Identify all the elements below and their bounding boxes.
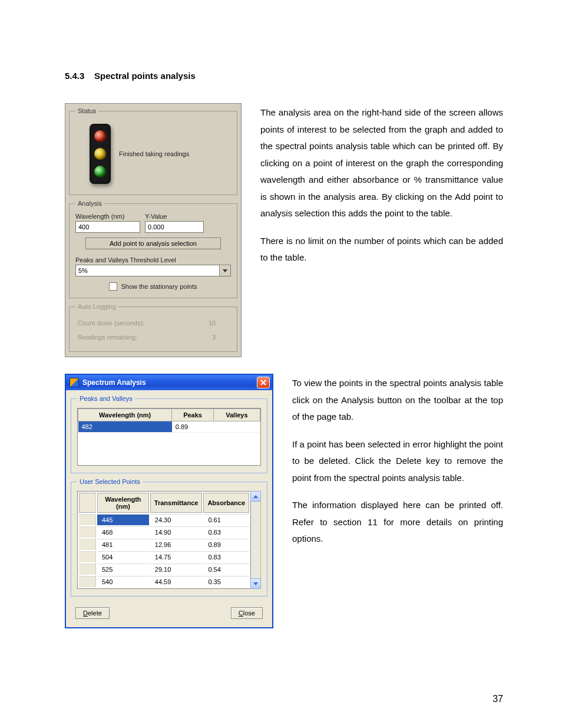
- user-selected-points-legend: User Selected Points: [77, 478, 143, 485]
- user-selected-points-group: User Selected Points Wavelength (nm) Tra…: [71, 478, 267, 597]
- close-icon[interactable]: [257, 377, 270, 388]
- paragraph: The analysis area on the right-hand side…: [260, 104, 503, 222]
- table-row[interactable]: 482 0.89: [78, 421, 260, 433]
- threshold-label: Peaks and Valleys Threshold Level: [75, 256, 231, 263]
- threshold-select[interactable]: [75, 265, 219, 276]
- table-row[interactable]: 54044.590.35: [79, 576, 249, 587]
- page-number: 37: [492, 694, 503, 704]
- spectrum-analysis-dialog: Spectrum Analysis Peaks and Valleys Wave…: [65, 374, 273, 628]
- threshold-dropdown-button[interactable]: [219, 265, 231, 276]
- table-row[interactable]: 46814.900.83: [79, 526, 249, 538]
- traffic-light-icon: [90, 124, 111, 184]
- section-number: 5.4.3: [65, 71, 84, 81]
- paragraph: The information displayed here can be pr…: [292, 497, 503, 548]
- status-text: Finished taking readings: [119, 150, 231, 157]
- chevron-down-icon: [253, 582, 258, 585]
- show-stationary-checkbox[interactable]: [109, 282, 117, 291]
- yvalue-input[interactable]: [145, 221, 204, 233]
- section-title: Spectral points analysis: [94, 71, 196, 81]
- scroll-up-button[interactable]: [250, 491, 261, 502]
- table-header: Peaks: [172, 409, 214, 421]
- peaks-valleys-group: Peaks and Valleys Wavelength (nm) Peaks …: [71, 395, 267, 473]
- peaks-valleys-table[interactable]: Wavelength (nm) Peaks Valleys 482 0.89: [77, 408, 261, 466]
- table-header: Valleys: [213, 409, 260, 421]
- remaining-label: Readings remaining:: [78, 334, 137, 341]
- dialog-title: Spectrum Analysis: [82, 378, 146, 387]
- table-header: Wavelength (nm): [97, 493, 149, 513]
- wavelength-input[interactable]: [75, 221, 140, 233]
- countdown-value: 10: [209, 319, 216, 327]
- paragraph: There is no limit on the number of point…: [260, 233, 503, 266]
- table-row[interactable]: 50414.750.83: [79, 551, 249, 562]
- countdown-label: Count down (seconds):: [78, 319, 144, 327]
- status-group: Status Finished taking readings: [69, 107, 237, 195]
- auto-logging-group: Auto Logging Count down (seconds): 10 Re…: [69, 303, 237, 352]
- yvalue-label: Y-Value: [145, 213, 204, 220]
- scrollbar[interactable]: [251, 491, 261, 589]
- titlebar[interactable]: Spectrum Analysis: [66, 375, 272, 390]
- table-row[interactable]: 48112.960.89: [79, 539, 249, 550]
- remaining-value: 3: [212, 334, 216, 341]
- row-header-blank: [79, 493, 96, 513]
- table-row[interactable]: 52529.100.54: [79, 564, 249, 575]
- analysis-legend: Analysis: [75, 200, 104, 207]
- table-cell: 0.89: [172, 421, 214, 433]
- peaks-valleys-legend: Peaks and Valleys: [77, 395, 135, 402]
- app-icon: [70, 378, 79, 387]
- show-stationary-label: Show the stationary points: [121, 283, 197, 290]
- table-cell: 482: [78, 421, 172, 433]
- analysis-group: Analysis Wavelength (nm) Y-Value Add poi…: [69, 200, 237, 298]
- auto-logging-legend: Auto Logging: [75, 303, 118, 310]
- status-legend: Status: [75, 107, 98, 114]
- table-header: Absorbance: [203, 493, 249, 513]
- table-cell: [213, 421, 260, 433]
- user-points-table[interactable]: Wavelength (nm) Transmittance Absorbance…: [77, 491, 251, 589]
- scroll-down-button[interactable]: [250, 578, 261, 589]
- paragraph: To view the points in the spectral point…: [292, 375, 503, 426]
- add-point-button[interactable]: Add point to analysis selection: [85, 238, 221, 249]
- paragraph: If a point has been selected in error hi…: [292, 436, 503, 487]
- x-icon: [260, 380, 266, 386]
- wavelength-label: Wavelength (nm): [75, 213, 140, 220]
- table-header: Wavelength (nm): [78, 409, 172, 421]
- section-heading: 5.4.3 Spectral points analysis: [65, 71, 503, 81]
- description-text-2: To view the points in the spectral point…: [292, 374, 503, 558]
- status-analysis-panel: Status Finished taking readings Analysis: [65, 103, 242, 357]
- delete-button[interactable]: Delete: [75, 607, 110, 619]
- table-header: Transmittance: [150, 493, 203, 513]
- description-text-1: The analysis area on the right-hand side…: [260, 103, 503, 277]
- chevron-up-icon: [253, 495, 258, 498]
- chevron-down-icon: [223, 269, 227, 272]
- table-row[interactable]: 44524.300.61: [79, 514, 249, 525]
- close-button[interactable]: Close: [231, 607, 263, 619]
